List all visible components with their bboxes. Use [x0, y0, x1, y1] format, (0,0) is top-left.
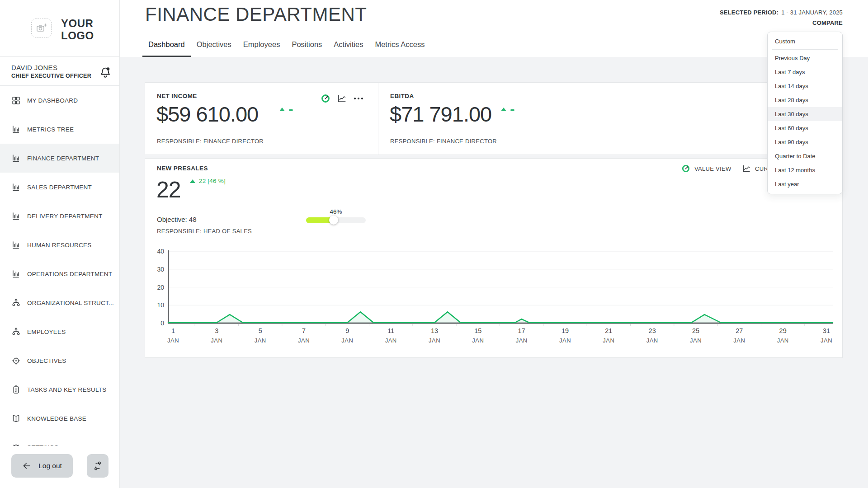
svg-text:JAN: JAN	[429, 337, 440, 344]
line-chart-view-icon	[742, 164, 751, 173]
sidebar-bottom-panel: Log out	[0, 446, 119, 488]
presales-line-chart: 0102030401JAN3JAN5JAN7JAN9JAN11JAN13JAN1…	[151, 247, 834, 344]
menu-item-last-7-days[interactable]: Last 7 days	[768, 65, 842, 79]
line-chart-view-icon[interactable]	[337, 94, 347, 103]
sidebar-item-label: MY DASHBOARD	[27, 97, 78, 104]
svg-text:19: 19	[561, 327, 569, 334]
svg-text:3: 3	[215, 327, 218, 334]
period-block: SELECTED PERIOD:1 - 31 JANUARY, 2025 COM…	[720, 9, 843, 26]
menu-item-last-year[interactable]: Last year	[768, 177, 842, 191]
tab-objectives[interactable]: Objectives	[191, 40, 237, 57]
svg-text:13: 13	[431, 327, 438, 334]
presales-responsible: RESPONSIBLE: HEAD OF SALES	[157, 228, 252, 235]
sidebar-item-operations-department[interactable]: OPERATIONS DEPARTMENT	[0, 259, 119, 288]
menu-item-custom[interactable]: Custom	[768, 34, 842, 49]
progress-percent-label: 46%	[321, 208, 350, 215]
sidebar-item-label: HUMAN RESOURCES	[27, 242, 92, 249]
sidebar-item-label: METRICS TREE	[27, 126, 74, 133]
svg-text:JAN: JAN	[603, 337, 614, 344]
svg-text:17: 17	[518, 327, 525, 334]
sidebar-item-objectives[interactable]: OBJECTIVES	[0, 346, 119, 375]
tab-dashboard[interactable]: Dashboard	[142, 40, 191, 57]
svg-text:JAN: JAN	[777, 337, 789, 344]
svg-text:JAN: JAN	[341, 337, 353, 344]
main-area: FINANCE DEPARTMENT Dashboard Objectives …	[120, 0, 868, 488]
camera-plus-icon	[36, 23, 47, 33]
logo-upload-placeholder[interactable]	[31, 19, 52, 38]
svg-text:JAN: JAN	[472, 337, 484, 344]
sidebar-item-label: EMPLOYEES	[27, 328, 66, 335]
selected-period: SELECTED PERIOD:1 - 31 JANUARY, 2025	[720, 9, 843, 16]
presales-delta: 22 [46 %]	[190, 178, 226, 184]
menu-item-last-90-days[interactable]: Last 90 days	[768, 135, 842, 149]
menu-item-last-28-days[interactable]: Last 28 days	[768, 93, 842, 107]
presales-title: NEW PRESALES	[157, 165, 208, 172]
sidebar-item-label: KNOWLEDGE BASE	[27, 415, 86, 422]
sidebar-item-label: DELIVERY DEPARTMENT	[27, 213, 103, 220]
sidebar-item-tasks-and-key-results[interactable]: TASKS AND KEY RESULTS	[0, 375, 119, 404]
presales-objective: Objective: 48	[157, 216, 197, 223]
menu-item-quarter-to-date[interactable]: Quarter to Date	[768, 149, 842, 163]
sidebar-item-delivery-department[interactable]: DELIVERY DEPARTMENT	[0, 202, 119, 230]
svg-text:27: 27	[736, 327, 743, 334]
value-view-button[interactable]: VALUE VIEW	[681, 164, 731, 173]
trend-up-icon	[190, 179, 195, 183]
svg-text:1: 1	[171, 327, 175, 334]
sidebar-item-organizational-structure[interactable]: ORGANIZATIONAL STRUCT...	[0, 288, 119, 317]
notifications-bell-icon[interactable]	[99, 66, 112, 79]
app-root: YOUR LOGO DAVID JONES CHIEF EXECUTIVE OF…	[0, 0, 868, 488]
curve-view-label: CUR	[755, 165, 768, 172]
sidebar-item-label: FINANCE DEPARTMENT	[27, 155, 99, 162]
book-icon	[11, 414, 21, 423]
svg-text:29: 29	[779, 327, 787, 334]
svg-text:23: 23	[649, 327, 656, 334]
sidebar-item-human-resources[interactable]: HUMAN RESOURCES	[0, 230, 119, 259]
curve-view-button[interactable]: CUR	[742, 164, 768, 173]
sidebar-item-sales-department[interactable]: SALES DEPARTMENT	[0, 173, 119, 202]
logout-button[interactable]: Log out	[11, 454, 73, 478]
svg-text:15: 15	[474, 327, 481, 334]
logo-section: YOUR LOGO	[0, 0, 119, 57]
tab-activities[interactable]: Activities	[328, 40, 369, 57]
progress-bar[interactable]	[306, 217, 366, 223]
kpi-card-actions	[321, 94, 363, 103]
menu-item-previous-day[interactable]: Previous Day	[768, 51, 842, 65]
menu-item-last-12-months[interactable]: Last 12 months	[768, 163, 842, 177]
page-title: FINANCE DEPARTMENT	[145, 4, 367, 25]
menu-item-last-60-days[interactable]: Last 60 days	[768, 121, 842, 135]
tab-metrics-access[interactable]: Metrics Access	[369, 40, 430, 57]
sidebar-item-knowledge-base[interactable]: KNOWLEDGE BASE	[0, 404, 119, 433]
progress-knob[interactable]	[329, 216, 338, 225]
presales-card: NEW PRESALES 22 [46 %] 22 Objective: 48 …	[145, 158, 843, 358]
kpi-title: EBITDA	[390, 93, 414, 99]
trend-up-icon	[279, 108, 285, 111]
sidebar-nav: MY DASHBOARD METRICS TREE FINANCE DEPART…	[0, 86, 119, 446]
dashboard-grid-icon	[11, 96, 21, 105]
tab-employees[interactable]: Employees	[237, 40, 286, 57]
more-options-icon[interactable]	[353, 94, 363, 103]
sidebar-item-settings[interactable]: SETTINGS	[0, 433, 119, 446]
swap-sync-icon	[93, 461, 103, 471]
menu-item-last-14-days[interactable]: Last 14 days	[768, 79, 842, 93]
svg-text:JAN: JAN	[646, 337, 658, 344]
svg-text:JAN: JAN	[211, 337, 222, 344]
sidebar-item-my-dashboard[interactable]: MY DASHBOARD	[0, 86, 119, 115]
compare-button[interactable]: COMPARE	[720, 19, 843, 26]
sidebar-item-label: SALES DEPARTMENT	[27, 184, 92, 191]
selected-period-value: 1 - 31 JANUARY, 2025	[781, 9, 843, 16]
sidebar-item-label: TASKS AND KEY RESULTS	[27, 386, 107, 393]
menu-item-last-30-days[interactable]: Last 30 days	[768, 107, 842, 121]
tabs: Dashboard Objectives Employees Positions…	[142, 40, 430, 57]
period-dropdown-menu: Custom Previous Day Last 7 days Last 14 …	[767, 32, 843, 194]
sidebar-item-label: OBJECTIVES	[27, 357, 66, 364]
svg-text:JAN: JAN	[690, 337, 702, 344]
sidebar-item-metrics-tree[interactable]: METRICS TREE	[0, 115, 119, 144]
gauge-view-icon[interactable]	[321, 94, 330, 103]
switch-view-button[interactable]	[87, 454, 108, 478]
sidebar-item-finance-department[interactable]: FINANCE DEPARTMENT	[0, 144, 119, 173]
sidebar-item-employees[interactable]: EMPLOYEES	[0, 317, 119, 346]
logout-label: Log out	[38, 462, 62, 470]
menu-divider	[772, 49, 838, 50]
tab-positions[interactable]: Positions	[286, 40, 328, 57]
svg-text:5: 5	[259, 327, 262, 334]
